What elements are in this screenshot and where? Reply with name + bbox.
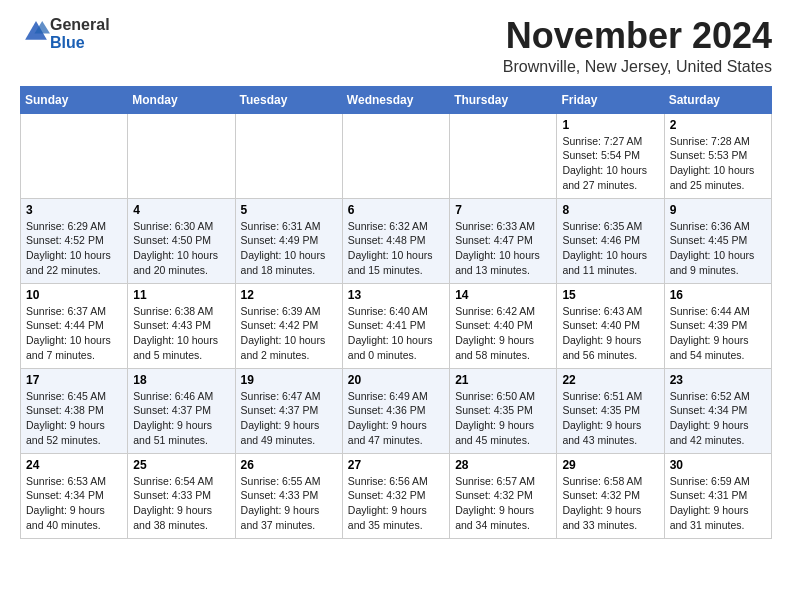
location: Brownville, New Jersey, United States — [503, 58, 772, 76]
table-row: 22Sunrise: 6:51 AMSunset: 4:35 PMDayligh… — [557, 368, 664, 453]
table-row: 13Sunrise: 6:40 AMSunset: 4:41 PMDayligh… — [342, 283, 449, 368]
day-number: 29 — [562, 458, 658, 472]
day-info: Sunrise: 6:55 AMSunset: 4:33 PMDaylight:… — [241, 474, 337, 533]
day-number: 12 — [241, 288, 337, 302]
table-row: 8Sunrise: 6:35 AMSunset: 4:46 PMDaylight… — [557, 198, 664, 283]
day-info: Sunrise: 6:36 AMSunset: 4:45 PMDaylight:… — [670, 219, 766, 278]
day-info: Sunrise: 6:49 AMSunset: 4:36 PMDaylight:… — [348, 389, 444, 448]
col-wednesday: Wednesday — [342, 86, 449, 113]
day-number: 17 — [26, 373, 122, 387]
table-row — [235, 113, 342, 198]
col-monday: Monday — [128, 86, 235, 113]
day-info: Sunrise: 6:30 AMSunset: 4:50 PMDaylight:… — [133, 219, 229, 278]
day-info: Sunrise: 6:43 AMSunset: 4:40 PMDaylight:… — [562, 304, 658, 363]
calendar-table: Sunday Monday Tuesday Wednesday Thursday… — [20, 86, 772, 539]
day-number: 25 — [133, 458, 229, 472]
table-row: 25Sunrise: 6:54 AMSunset: 4:33 PMDayligh… — [128, 453, 235, 538]
day-number: 7 — [455, 203, 551, 217]
table-row: 23Sunrise: 6:52 AMSunset: 4:34 PMDayligh… — [664, 368, 771, 453]
day-info: Sunrise: 6:42 AMSunset: 4:40 PMDaylight:… — [455, 304, 551, 363]
table-row: 19Sunrise: 6:47 AMSunset: 4:37 PMDayligh… — [235, 368, 342, 453]
table-row: 17Sunrise: 6:45 AMSunset: 4:38 PMDayligh… — [21, 368, 128, 453]
table-row: 3Sunrise: 6:29 AMSunset: 4:52 PMDaylight… — [21, 198, 128, 283]
table-row: 15Sunrise: 6:43 AMSunset: 4:40 PMDayligh… — [557, 283, 664, 368]
day-info: Sunrise: 6:40 AMSunset: 4:41 PMDaylight:… — [348, 304, 444, 363]
day-number: 27 — [348, 458, 444, 472]
day-info: Sunrise: 6:59 AMSunset: 4:31 PMDaylight:… — [670, 474, 766, 533]
col-thursday: Thursday — [450, 86, 557, 113]
header: General Blue November 2024 Brownville, N… — [20, 16, 772, 76]
day-number: 5 — [241, 203, 337, 217]
day-info: Sunrise: 6:51 AMSunset: 4:35 PMDaylight:… — [562, 389, 658, 448]
day-info: Sunrise: 6:45 AMSunset: 4:38 PMDaylight:… — [26, 389, 122, 448]
table-row — [128, 113, 235, 198]
day-number: 6 — [348, 203, 444, 217]
calendar-week-row: 10Sunrise: 6:37 AMSunset: 4:44 PMDayligh… — [21, 283, 772, 368]
table-row: 9Sunrise: 6:36 AMSunset: 4:45 PMDaylight… — [664, 198, 771, 283]
day-number: 14 — [455, 288, 551, 302]
table-row — [21, 113, 128, 198]
table-row: 2Sunrise: 7:28 AMSunset: 5:53 PMDaylight… — [664, 113, 771, 198]
table-row: 27Sunrise: 6:56 AMSunset: 4:32 PMDayligh… — [342, 453, 449, 538]
calendar-week-row: 24Sunrise: 6:53 AMSunset: 4:34 PMDayligh… — [21, 453, 772, 538]
day-info: Sunrise: 6:53 AMSunset: 4:34 PMDaylight:… — [26, 474, 122, 533]
day-number: 9 — [670, 203, 766, 217]
day-info: Sunrise: 6:58 AMSunset: 4:32 PMDaylight:… — [562, 474, 658, 533]
table-row: 16Sunrise: 6:44 AMSunset: 4:39 PMDayligh… — [664, 283, 771, 368]
day-info: Sunrise: 6:31 AMSunset: 4:49 PMDaylight:… — [241, 219, 337, 278]
day-info: Sunrise: 7:27 AMSunset: 5:54 PMDaylight:… — [562, 134, 658, 193]
table-row: 18Sunrise: 6:46 AMSunset: 4:37 PMDayligh… — [128, 368, 235, 453]
day-info: Sunrise: 6:39 AMSunset: 4:42 PMDaylight:… — [241, 304, 337, 363]
day-info: Sunrise: 6:54 AMSunset: 4:33 PMDaylight:… — [133, 474, 229, 533]
table-row: 10Sunrise: 6:37 AMSunset: 4:44 PMDayligh… — [21, 283, 128, 368]
table-row: 4Sunrise: 6:30 AMSunset: 4:50 PMDaylight… — [128, 198, 235, 283]
day-info: Sunrise: 6:52 AMSunset: 4:34 PMDaylight:… — [670, 389, 766, 448]
calendar-week-row: 1Sunrise: 7:27 AMSunset: 5:54 PMDaylight… — [21, 113, 772, 198]
table-row: 21Sunrise: 6:50 AMSunset: 4:35 PMDayligh… — [450, 368, 557, 453]
col-tuesday: Tuesday — [235, 86, 342, 113]
day-number: 15 — [562, 288, 658, 302]
day-info: Sunrise: 6:47 AMSunset: 4:37 PMDaylight:… — [241, 389, 337, 448]
logo: General Blue — [20, 16, 110, 51]
table-row: 7Sunrise: 6:33 AMSunset: 4:47 PMDaylight… — [450, 198, 557, 283]
day-number: 1 — [562, 118, 658, 132]
day-number: 11 — [133, 288, 229, 302]
day-number: 23 — [670, 373, 766, 387]
day-number: 2 — [670, 118, 766, 132]
day-number: 30 — [670, 458, 766, 472]
day-info: Sunrise: 6:50 AMSunset: 4:35 PMDaylight:… — [455, 389, 551, 448]
day-info: Sunrise: 6:33 AMSunset: 4:47 PMDaylight:… — [455, 219, 551, 278]
day-info: Sunrise: 7:28 AMSunset: 5:53 PMDaylight:… — [670, 134, 766, 193]
day-number: 10 — [26, 288, 122, 302]
logo-general-text: General — [50, 16, 110, 33]
col-sunday: Sunday — [21, 86, 128, 113]
col-friday: Friday — [557, 86, 664, 113]
day-number: 4 — [133, 203, 229, 217]
day-info: Sunrise: 6:46 AMSunset: 4:37 PMDaylight:… — [133, 389, 229, 448]
day-info: Sunrise: 6:56 AMSunset: 4:32 PMDaylight:… — [348, 474, 444, 533]
day-number: 21 — [455, 373, 551, 387]
table-row: 28Sunrise: 6:57 AMSunset: 4:32 PMDayligh… — [450, 453, 557, 538]
day-info: Sunrise: 6:57 AMSunset: 4:32 PMDaylight:… — [455, 474, 551, 533]
table-row: 11Sunrise: 6:38 AMSunset: 4:43 PMDayligh… — [128, 283, 235, 368]
table-row: 30Sunrise: 6:59 AMSunset: 4:31 PMDayligh… — [664, 453, 771, 538]
title-block: November 2024 Brownville, New Jersey, Un… — [503, 16, 772, 76]
table-row: 6Sunrise: 6:32 AMSunset: 4:48 PMDaylight… — [342, 198, 449, 283]
day-number: 20 — [348, 373, 444, 387]
table-row: 1Sunrise: 7:27 AMSunset: 5:54 PMDaylight… — [557, 113, 664, 198]
day-number: 28 — [455, 458, 551, 472]
day-number: 13 — [348, 288, 444, 302]
day-info: Sunrise: 6:29 AMSunset: 4:52 PMDaylight:… — [26, 219, 122, 278]
calendar-header-row: Sunday Monday Tuesday Wednesday Thursday… — [21, 86, 772, 113]
calendar-week-row: 3Sunrise: 6:29 AMSunset: 4:52 PMDaylight… — [21, 198, 772, 283]
table-row: 26Sunrise: 6:55 AMSunset: 4:33 PMDayligh… — [235, 453, 342, 538]
logo-icon — [22, 18, 50, 46]
day-number: 19 — [241, 373, 337, 387]
day-number: 26 — [241, 458, 337, 472]
day-number: 8 — [562, 203, 658, 217]
col-saturday: Saturday — [664, 86, 771, 113]
table-row: 12Sunrise: 6:39 AMSunset: 4:42 PMDayligh… — [235, 283, 342, 368]
table-row: 29Sunrise: 6:58 AMSunset: 4:32 PMDayligh… — [557, 453, 664, 538]
table-row — [450, 113, 557, 198]
page: General Blue November 2024 Brownville, N… — [0, 0, 792, 555]
